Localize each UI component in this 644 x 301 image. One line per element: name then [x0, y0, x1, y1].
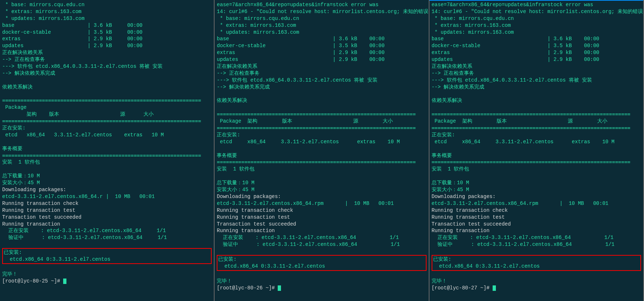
installed-heading: 已安装: — [433, 256, 640, 263]
download-size: 总下载量：10 M — [432, 180, 641, 186]
output-line: * extras: mirrors.163.com — [217, 22, 426, 29]
output-line: 正在解决依赖关系 — [217, 63, 426, 70]
output-line: updates | 2.9 kB 00:00 — [2, 42, 212, 49]
output-line: 正在解决依赖关系 — [432, 63, 641, 70]
transaction-lines: Running transaction checkRunning transac… — [2, 200, 212, 228]
install-row: etcd x86_64 3.3.11-2.el7.centos extras 1… — [217, 139, 426, 145]
output-line: docker-ce-stable | 3.5 kB 00:00 — [217, 42, 426, 49]
output-line: docker-ce-stable | 3.5 kB 00:00 — [2, 29, 212, 36]
blank — [217, 173, 426, 180]
blank — [217, 271, 426, 278]
output-line: 正在解决依赖关系 — [2, 49, 212, 56]
output-line: Running transaction test — [217, 214, 426, 221]
install-count: 安装 1 软件包 — [217, 166, 426, 173]
transaction-lines: Running transaction checkRunning transac… — [217, 207, 426, 235]
output-line: --> 正在检查事务 — [2, 56, 212, 63]
output-line: Running transaction check — [432, 207, 641, 214]
installed-heading: 已安装: — [4, 249, 210, 256]
output-line: --> 解决依赖关系完成 — [2, 70, 212, 77]
output-line — [2, 91, 212, 98]
done-label: 完毕！ — [432, 278, 641, 285]
output-line: Transaction test succeeded — [217, 221, 426, 228]
output-line — [432, 91, 641, 98]
output-line: --> 正在检查事务 — [217, 70, 426, 77]
output-line: ease=7&arch=x86_64&repo=updates&infra=st… — [432, 1, 641, 8]
output-line: * updates: mirrors.163.com — [217, 29, 426, 36]
output-line — [217, 104, 426, 111]
terminal-pane-1[interactable]: * base: mirrors.cqu.edu.cn * extras: mir… — [0, 0, 215, 301]
blank — [2, 139, 212, 145]
output-line: updates | 2.9 kB 00:00 — [217, 56, 426, 63]
output-line: ease=7&arch=x86_64&repo=updates&infra=st… — [217, 1, 426, 8]
download-size: 总下载量：10 M — [2, 173, 212, 180]
output-line: Running transaction test — [2, 207, 212, 214]
verifying-pkg: 验证中 : etcd-3.3.11-2.el7.centos.x86_64 1/… — [2, 234, 212, 241]
installing-pkg: 正在安装 : etcd-3.3.11-2.el7.centos.x86_64 1… — [217, 234, 426, 241]
output-line: Running transaction test — [432, 214, 641, 221]
installing-heading: 正在安装: — [432, 132, 641, 139]
summary-heading: 事务概要 — [217, 152, 426, 159]
installed-highlight: 已安装: etcd.x86_64 0:3.3.11-2.el7.centos — [2, 248, 212, 264]
cursor-icon — [278, 285, 281, 291]
verifying-pkg: 验证中 : etcd-3.3.11-2.el7.centos.x86_64 1/… — [217, 241, 426, 248]
summary-heading: 事务概要 — [2, 145, 212, 152]
install-size: 安装大小：45 M — [432, 186, 641, 193]
output-line: docker-ce-stable | 3.5 kB 00:00 — [432, 42, 641, 49]
download-size: 总下载量：10 M — [217, 180, 426, 186]
done-label: 完毕！ — [217, 278, 426, 285]
top-lines: ease=7&arch=x86_64&repo=updates&infra=st… — [432, 1, 641, 111]
output-line: * updates: mirrors.163.com — [2, 15, 212, 22]
blank — [217, 248, 426, 255]
output-line: 14: curl#6 - "Could not resolve host: mi… — [217, 8, 426, 15]
output-line: * updates: mirrors.163.com — [432, 29, 641, 36]
pkg-header: Package 架构 版本 源 大小 — [432, 118, 641, 125]
output-line: ---> 软件包 etcd.x86_64.0.3.3.11-2.el7.cent… — [432, 77, 641, 84]
prompt-text: [root@lyc-80-25 ~]# — [2, 278, 63, 284]
install-size: 安装大小：45 M — [2, 180, 212, 186]
output-line: Transaction test succeeded — [2, 214, 212, 221]
summary-heading: 事务概要 — [432, 152, 641, 159]
blank — [2, 166, 212, 173]
separator: ========================================… — [217, 159, 426, 166]
top-lines: * base: mirrors.cqu.edu.cn * extras: mir… — [2, 1, 212, 97]
downloading-label: Downloading packages: — [432, 193, 641, 200]
separator: ========================================… — [432, 159, 641, 166]
output-line: extras | 2.9 kB 00:00 — [217, 49, 426, 56]
separator: ========================================… — [217, 125, 426, 132]
output-line: * base: mirrors.cqu.edu.cn — [2, 1, 212, 8]
download-row: etcd-3.3.11-2.el7.centos.x86_64.rpm | 10… — [217, 200, 426, 207]
downloading-label: Downloading packages: — [217, 193, 426, 200]
output-line: 依赖关系解决 — [432, 97, 641, 104]
shell-prompt[interactable]: [root@lyc-80-27 ~]# — [432, 285, 641, 292]
output-line: --> 解决依赖关系完成 — [432, 84, 641, 91]
separator: ========================================… — [2, 118, 212, 125]
terminal-pane-2[interactable]: ease=7&arch=x86_64&repo=updates&infra=st… — [215, 0, 429, 301]
output-line: * extras: mirrors.163.com — [432, 22, 641, 29]
blank — [432, 145, 641, 152]
installing-heading: 正在安装: — [217, 132, 426, 139]
transaction-lines: Running transaction checkRunning transac… — [432, 207, 641, 235]
separator: ========================================… — [432, 111, 641, 118]
blank — [432, 248, 641, 255]
download-row: etcd-3.3.11-2.el7.centos.x86_64.r | 10 M… — [2, 193, 212, 200]
shell-prompt[interactable]: [root@lyc-80-25 ~]# — [2, 278, 212, 285]
output-line: 依赖关系解决 — [217, 97, 426, 104]
output-line: base | 3.6 kB 00:00 — [432, 36, 641, 42]
output-line: extras | 2.9 kB 00:00 — [432, 49, 641, 56]
installed-highlight: 已安装: etcd.x86_64 0:3.3.11-2.el7.centos — [432, 255, 641, 271]
blank — [2, 264, 212, 271]
terminal-pane-3[interactable]: ease=7&arch=x86_64&repo=updates&infra=st… — [429, 0, 644, 301]
separator: ========================================… — [432, 125, 641, 132]
top-lines: ease=7&arch=x86_64&repo=updates&infra=st… — [217, 1, 426, 111]
install-count: 安装 1 软件包 — [2, 159, 212, 166]
output-line — [432, 104, 641, 111]
shell-prompt[interactable]: [root@lyc-80-26 ~]# — [217, 285, 426, 292]
blank — [217, 145, 426, 152]
separator: ========================================… — [217, 111, 426, 118]
install-count: 安装 1 软件包 — [432, 166, 641, 173]
prompt-text: [root@lyc-80-27 ~]# — [432, 285, 493, 291]
installed-package: etcd.x86_64 0:3.3.11-2.el7.centos — [4, 256, 210, 263]
output-line: * base: mirrors.cqu.edu.cn — [432, 15, 641, 22]
done-label: 完毕！ — [2, 271, 212, 278]
output-line: Running transaction — [217, 227, 426, 234]
